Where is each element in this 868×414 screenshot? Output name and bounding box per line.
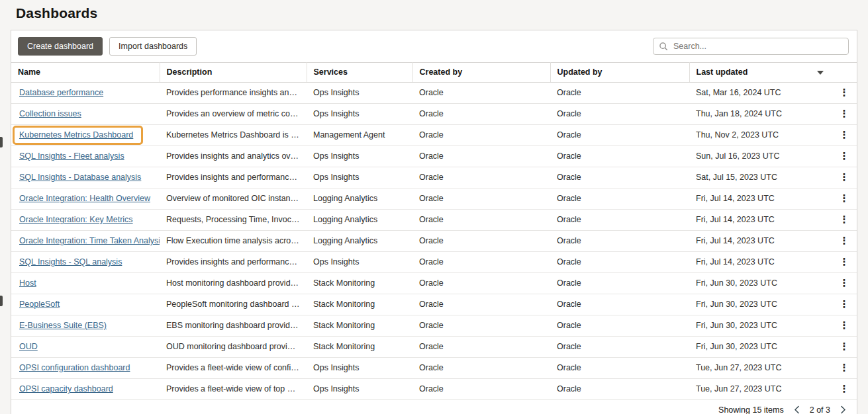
- kebab-menu-icon[interactable]: ⋮: [836, 321, 853, 330]
- dashboard-name-link[interactable]: PeopleSoft: [19, 300, 60, 309]
- table-row: PeopleSoft PeopleSoft monitoring dashboa…: [11, 294, 857, 315]
- dashboard-created-by: Oracle: [412, 379, 550, 400]
- dashboard-name-link[interactable]: Kubernetes Metrics Dashboard: [19, 130, 133, 140]
- table-row: OPSI capacity dashboard Provides a fleet…: [11, 379, 857, 400]
- dashboard-name-link[interactable]: Oracle Integration: Key Metrics: [19, 215, 133, 224]
- dashboard-name-link[interactable]: OPSI configuration dashboard: [19, 363, 130, 372]
- dashboard-name-link[interactable]: SQL Insights - SQL analysis: [19, 257, 122, 267]
- kebab-menu-icon[interactable]: ⋮: [836, 88, 853, 97]
- dashboard-name-link[interactable]: Database performance: [19, 88, 103, 97]
- kebab-menu-icon[interactable]: ⋮: [836, 151, 853, 161]
- dashboard-services: Management Agent: [307, 125, 412, 146]
- dashboard-last-updated: Fri, Jul 14, 2023 UTC: [689, 210, 832, 231]
- kebab-menu-icon[interactable]: ⋮: [836, 257, 853, 267]
- kebab-menu-icon[interactable]: ⋮: [836, 215, 853, 224]
- pagination-footer: Showing 15 items 2 of 3: [11, 400, 857, 414]
- column-header-name[interactable]: Name: [11, 63, 160, 83]
- dashboard-created-by: Oracle: [412, 188, 550, 210]
- table-row: Oracle Integration: Key Metrics Requests…: [11, 210, 857, 231]
- column-label: Name: [18, 67, 40, 77]
- kebab-menu-icon[interactable]: ⋮: [836, 130, 853, 140]
- dashboard-name-link[interactable]: Collection issues: [19, 109, 81, 118]
- dashboard-services: Logging Analytics: [307, 188, 412, 210]
- import-dashboards-button[interactable]: Import dashboards: [109, 37, 197, 56]
- name-cell-wrap: Kubernetes Metrics Dashboard: [13, 126, 143, 145]
- name-cell-wrap: Host: [19, 278, 36, 288]
- table-header-row: Name Description Services Created by Upd…: [11, 63, 857, 83]
- table-row: Oracle Integration: Time Taken Analysis …: [11, 231, 857, 252]
- toolbar: Create dashboard Import dashboards: [11, 30, 857, 62]
- dashboard-description: Provides an overview of metric collect…: [160, 104, 307, 125]
- name-cell-wrap: OPSI capacity dashboard: [19, 384, 113, 394]
- column-header-created-by[interactable]: Created by: [412, 63, 550, 83]
- kebab-menu-icon[interactable]: ⋮: [836, 109, 853, 118]
- next-page-button[interactable]: [839, 405, 847, 414]
- kebab-menu-icon[interactable]: ⋮: [836, 236, 853, 245]
- previous-page-button[interactable]: [793, 405, 801, 414]
- dashboard-services: Ops Insights: [307, 146, 412, 167]
- dashboard-created-by: Oracle: [412, 83, 550, 104]
- kebab-menu-icon[interactable]: ⋮: [836, 363, 853, 372]
- column-header-services[interactable]: Services: [307, 63, 412, 83]
- dashboard-name-link[interactable]: E-Business Suite (EBS): [19, 321, 107, 330]
- dashboard-services: Ops Insights: [307, 252, 412, 273]
- dashboard-updated-by: Oracle: [550, 337, 689, 358]
- dashboard-name-link[interactable]: SQL Insights - Fleet analysis: [19, 151, 124, 161]
- search-icon: [659, 42, 668, 51]
- dashboard-name-link[interactable]: SQL Insights - Database analysis: [19, 173, 141, 182]
- dashboard-created-by: Oracle: [412, 294, 550, 315]
- name-cell-wrap: SQL Insights - SQL analysis: [19, 257, 122, 267]
- dashboard-name-link[interactable]: Oracle Integration: Time Taken Analysis: [19, 236, 160, 245]
- page-title: Dashboards: [16, 5, 868, 21]
- search-box: [653, 38, 849, 55]
- dashboard-updated-by: Oracle: [550, 252, 689, 273]
- dashboard-updated-by: Oracle: [550, 379, 689, 400]
- dashboard-name-link[interactable]: Host: [19, 278, 36, 288]
- dashboard-updated-by: Oracle: [550, 294, 689, 315]
- create-dashboard-button[interactable]: Create dashboard: [18, 37, 103, 56]
- screen-edge-artifact: [0, 137, 3, 147]
- dashboard-last-updated: Fri, Jun 30, 2023 UTC: [689, 315, 832, 337]
- items-count: Showing 15 items: [718, 405, 784, 414]
- dashboard-created-by: Oracle: [412, 358, 550, 379]
- column-header-description[interactable]: Description: [160, 63, 307, 83]
- dashboard-updated-by: Oracle: [550, 125, 689, 146]
- dashboard-name-link[interactable]: Oracle Integration: Health Overview: [19, 194, 150, 203]
- dashboard-services: Stack Monitoring: [307, 337, 412, 358]
- dashboard-name-link[interactable]: OPSI capacity dashboard: [19, 384, 113, 393]
- kebab-menu-icon[interactable]: ⋮: [836, 173, 853, 182]
- dashboard-updated-by: Oracle: [550, 146, 689, 167]
- dashboard-name-link[interactable]: OUD: [19, 342, 38, 351]
- kebab-menu-icon[interactable]: ⋮: [836, 300, 853, 309]
- dashboard-description: Overview of monitored OIC instances,…: [160, 188, 307, 210]
- dashboard-last-updated: Sun, Jul 16, 2023 UTC: [689, 146, 832, 167]
- table-row: E-Business Suite (EBS) EBS monitoring da…: [11, 315, 857, 337]
- dashboard-created-by: Oracle: [412, 125, 550, 146]
- column-header-updated-by[interactable]: Updated by: [550, 63, 689, 83]
- dashboard-services: Ops Insights: [307, 358, 412, 379]
- dashboard-created-by: Oracle: [412, 315, 550, 337]
- dashboard-services: Stack Monitoring: [307, 273, 412, 294]
- kebab-menu-icon[interactable]: ⋮: [836, 194, 853, 203]
- kebab-menu-icon[interactable]: ⋮: [836, 342, 853, 351]
- dashboard-updated-by: Oracle: [550, 167, 689, 188]
- kebab-menu-icon[interactable]: ⋮: [836, 278, 853, 288]
- dashboard-last-updated: Thu, Nov 2, 2023 UTC: [689, 125, 832, 146]
- dashboard-description: Requests, Processing Time, Invocatio…: [160, 210, 307, 231]
- dashboard-last-updated: Fri, Jul 14, 2023 UTC: [689, 252, 832, 273]
- dashboard-updated-by: Oracle: [550, 315, 689, 337]
- name-cell-wrap: Database performance: [19, 88, 103, 98]
- dashboard-description: Kubernetes Metrics Dashboard is a s…: [160, 125, 307, 146]
- column-label: Description: [167, 67, 213, 77]
- dashboard-description: PeopleSoft monitoring dashboard pro…: [160, 294, 307, 315]
- screen-edge-artifact: [0, 296, 3, 306]
- dashboard-last-updated: Sat, Jul 15, 2023 UTC: [689, 167, 832, 188]
- dashboard-created-by: Oracle: [412, 210, 550, 231]
- dashboard-created-by: Oracle: [412, 167, 550, 188]
- column-header-last-updated[interactable]: Last updated: [689, 63, 832, 83]
- dashboard-last-updated: Fri, Jun 30, 2023 UTC: [689, 273, 832, 294]
- search-input[interactable]: [672, 41, 843, 52]
- kebab-menu-icon[interactable]: ⋮: [836, 384, 853, 393]
- dashboards-table: Name Description Services Created by Upd…: [11, 62, 857, 400]
- dashboard-last-updated: Fri, Jun 30, 2023 UTC: [689, 337, 832, 358]
